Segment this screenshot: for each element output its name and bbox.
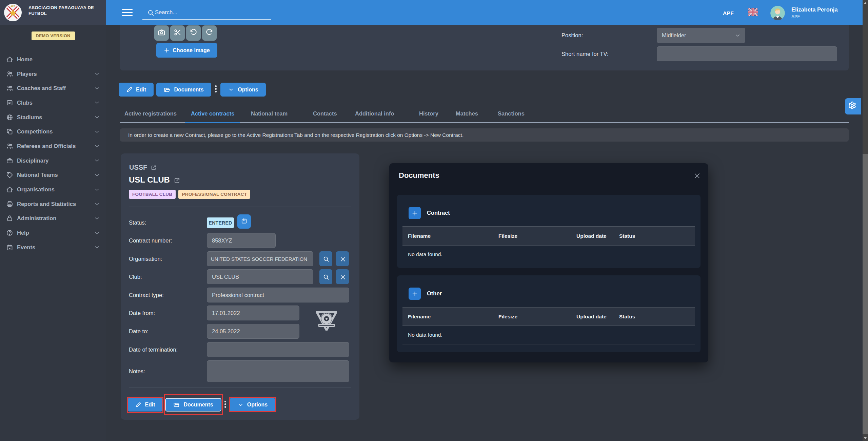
status-label: Status: [129, 215, 146, 230]
club-input[interactable]: USL CLUB [207, 269, 313, 284]
tab-active-registrations[interactable]: Active registrations [124, 110, 177, 117]
chevron-down-icon [94, 158, 100, 164]
demo-version-badge: DEMO VERSION [31, 31, 75, 40]
contract-org-link[interactable]: USSF [129, 164, 157, 171]
apf-header-label[interactable]: APF [723, 10, 734, 16]
settings-button[interactable] [845, 98, 861, 114]
edit-button[interactable]: Edit [119, 83, 154, 97]
column-filename: Filename [408, 308, 431, 326]
organisation-input[interactable]: UNITED STATES SOCCER FEDERATION [207, 251, 313, 266]
notes-input[interactable] [207, 360, 349, 382]
players-icon [6, 70, 13, 78]
column-upload-date: Upload date [576, 227, 607, 245]
photo-card-divider [254, 26, 254, 64]
user-name[interactable]: Elizabeta Peronja [791, 6, 838, 13]
svg-text:APF: APF [11, 5, 16, 7]
date-to-input[interactable]: 24.05.2022 [207, 324, 299, 339]
sidebar-divider [5, 49, 101, 49]
date-to-label: Date to: [129, 324, 149, 339]
contract-badges: FOOTBALL CLUB PROFESSIONAL CONTRACT [129, 190, 250, 199]
organisation-clear-button[interactable] [336, 251, 349, 266]
tab-contacts[interactable]: Contacts [313, 110, 337, 117]
tab-matches[interactable]: Matches [456, 110, 478, 117]
user-avatar[interactable] [770, 6, 785, 20]
organisation-search-button[interactable] [319, 251, 332, 266]
status-badge: ENTERED [207, 217, 234, 228]
documents-panel-title: Documents [399, 171, 439, 180]
scrollbar-up-arrow[interactable] [863, 0, 868, 6]
sidebar-item-disciplinary[interactable]: Disciplinary [0, 153, 106, 168]
section-title: Contract [427, 210, 450, 216]
scrollbar-down-arrow[interactable] [863, 435, 868, 441]
tab-history[interactable]: History [419, 110, 438, 117]
sidebar-item-clubs[interactable]: Clubs [0, 96, 106, 110]
external-link-icon [151, 165, 157, 171]
tab-national-team[interactable]: National team [251, 110, 288, 117]
tab-additional-info[interactable]: Additional info [355, 110, 394, 117]
documents-button[interactable]: Documents [156, 83, 211, 97]
documents-section-contract: Contract Filename Filesize Upload date S… [397, 195, 701, 268]
sidebar-item-national-teams[interactable]: National Teams [0, 168, 106, 183]
column-filesize: Filesize [498, 227, 517, 245]
date-from-input[interactable]: 17.01.2022 [207, 306, 299, 320]
chevron-down-icon [94, 143, 100, 149]
more-options-dots [215, 85, 217, 92]
add-contract-document-button[interactable] [409, 207, 421, 219]
contract-club-link[interactable]: USL CLUB [129, 175, 180, 185]
sidebar-item-administration[interactable]: Administration [0, 211, 106, 226]
sidebar-item-reports[interactable]: Reports and Statistics [0, 197, 106, 211]
photo-rotate-left-button[interactable] [186, 25, 201, 41]
close-icon[interactable] [694, 172, 701, 179]
add-other-document-button[interactable] [409, 288, 421, 300]
menu-icon[interactable] [122, 9, 133, 16]
info-banner: In order to create a new Contract, pleas… [120, 128, 849, 142]
status-history-button[interactable] [237, 214, 251, 229]
date-of-termination-input[interactable] [207, 342, 349, 357]
sidebar-item-events[interactable]: Events [0, 240, 106, 255]
table-header-row: Filename Filesize Upload date Status [402, 226, 695, 246]
events-icon [6, 244, 13, 251]
calendar-icon [241, 217, 248, 226]
sidebar-header: APF ASOCIACION PARAGUAYA DEFUTBOL [0, 0, 106, 25]
photo-camera-button[interactable] [154, 25, 169, 41]
sidebar-item-players[interactable]: Players [0, 67, 106, 81]
column-filesize: Filesize [498, 308, 517, 326]
sidebar-item-home[interactable]: Home [0, 52, 106, 67]
sidebar-item-organisations[interactable]: Organisations [0, 182, 106, 197]
chevron-down-icon [228, 86, 234, 93]
contract-type-label: Contract type: [129, 288, 164, 302]
photo-crop-button[interactable] [170, 25, 185, 41]
sidebar-item-coaches[interactable]: Coaches and Staff [0, 81, 106, 96]
contract-number-input[interactable]: 858XYZ [207, 233, 276, 248]
sidebar-item-help[interactable]: Help [0, 226, 106, 240]
club-clear-button[interactable] [336, 269, 349, 284]
help-icon [6, 229, 13, 236]
contract-type-input[interactable]: Professional contract [207, 288, 349, 302]
sidebar-item-stadiums[interactable]: Stadiums [0, 110, 106, 125]
clubs-icon [6, 99, 13, 106]
language-flag-icon[interactable] [748, 8, 758, 17]
competitions-icon [6, 128, 13, 135]
sidebar-item-referees[interactable]: Referees and Officials [0, 139, 106, 153]
options-button[interactable]: Options [220, 83, 266, 97]
reports-icon [6, 201, 13, 208]
photo-rotate-right-button[interactable] [202, 25, 217, 41]
tab-active-contracts[interactable]: Active contracts [191, 110, 234, 117]
sidebar-item-competitions[interactable]: Competitions [0, 124, 106, 139]
scissors-icon [174, 28, 181, 38]
shortname-input[interactable] [657, 46, 837, 61]
position-select[interactable]: Midfielder [657, 28, 745, 43]
date-of-termination-label: Date of termination: [129, 342, 178, 357]
chevron-down-icon [94, 187, 100, 193]
tab-sanctions[interactable]: Sanctions [498, 110, 525, 117]
search-icon [323, 274, 329, 280]
scrollbar-thumb[interactable] [863, 154, 868, 434]
plus-icon [164, 47, 170, 53]
external-link-icon [174, 176, 180, 183]
x-icon [340, 274, 346, 280]
choose-image-button[interactable]: Choose image [156, 43, 217, 58]
no-data-text: No data found. [408, 251, 442, 257]
club-search-button[interactable] [319, 269, 332, 284]
national-teams-icon [6, 171, 13, 178]
search-input[interactable]: Search... [133, 0, 273, 25]
